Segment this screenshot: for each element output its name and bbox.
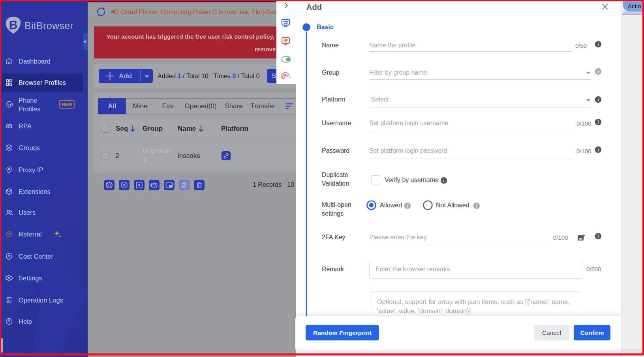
svg-text:i: i	[476, 203, 478, 209]
svg-text:i: i	[407, 203, 409, 209]
svg-text:i: i	[598, 68, 599, 74]
